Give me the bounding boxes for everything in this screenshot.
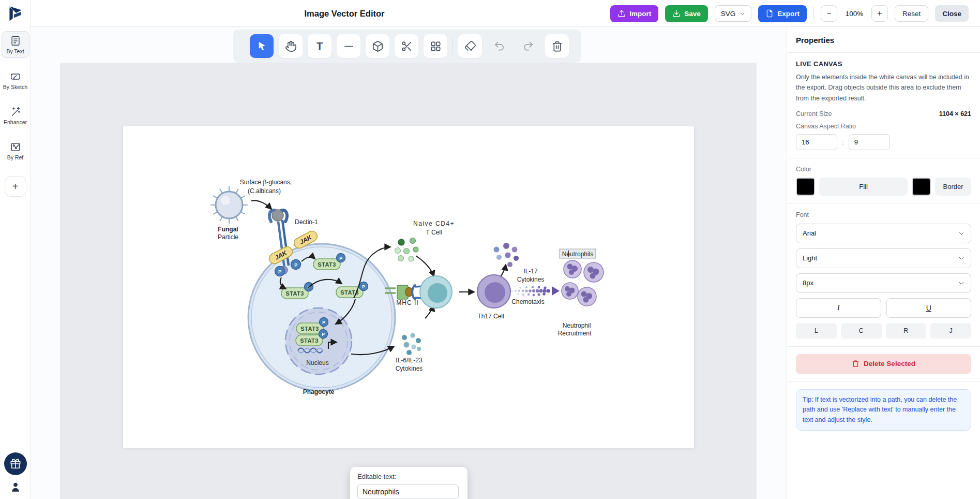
fill-color-button[interactable]: Fill (819, 178, 908, 196)
svg-text:Surface β-glucans,: Surface β-glucans, (240, 179, 292, 186)
naive-t-cell[interactable] (420, 276, 452, 308)
reset-button[interactable]: Reset (895, 5, 928, 22)
aspect-ratio-label: Canvas Aspect Ratio (796, 123, 971, 130)
align-left-button[interactable]: L (796, 323, 837, 339)
export-button[interactable]: Export (758, 5, 807, 22)
image-vector-editor: By Text By Sketch Enhancer By Ref (0, 0, 980, 499)
zoom-level: 100% (844, 10, 865, 18)
border-color-swatch[interactable] (912, 178, 931, 196)
svg-text:Nucleus: Nucleus (306, 359, 328, 366)
import-button[interactable]: Import (610, 5, 658, 22)
user-icon (10, 481, 21, 493)
zoom-out-button[interactable]: − (821, 5, 837, 22)
text-tool-glyph: T (316, 40, 323, 52)
sidebar-item-by-text[interactable]: By Text (2, 31, 29, 58)
sidebar-item-enhancer[interactable]: Enhancer (2, 102, 29, 128)
font-family-value: Arial (803, 229, 816, 237)
sidebar-item-label: Enhancer (4, 119, 27, 125)
svg-text:P: P (294, 262, 297, 268)
properties-panel: Properties LIVE CANVAS Only the elements… (787, 27, 980, 499)
svg-text:STAT3: STAT3 (300, 337, 319, 344)
gift-icon (10, 458, 21, 469)
svg-text:IL-6/IL-23: IL-6/IL-23 (396, 357, 423, 364)
top-header: Image Vector Editor Import Save SVG Expo… (31, 0, 980, 27)
th17-cell[interactable] (477, 275, 510, 308)
svg-text:STAT3: STAT3 (300, 326, 319, 332)
line-tool-button[interactable] (337, 34, 360, 58)
pan-tool-button[interactable] (279, 34, 303, 58)
align-center-button[interactable]: C (841, 323, 882, 339)
font-label: Font (796, 211, 971, 218)
fill-color-swatch[interactable] (796, 178, 815, 196)
editable-text-label: Editable text: (357, 473, 460, 480)
toolbar-divider (453, 38, 453, 54)
line-icon (343, 40, 355, 52)
export-format-value: SVG (721, 10, 736, 18)
save-button[interactable]: Save (665, 5, 708, 22)
text-tool-button[interactable]: T (308, 34, 331, 58)
svg-text:Particle: Particle (218, 233, 238, 241)
select-tool-button[interactable] (250, 34, 274, 58)
magic-wand-icon (10, 106, 21, 118)
zoom-out-glyph: − (826, 9, 831, 18)
font-family-select[interactable]: Arial (796, 224, 971, 243)
selected-text-object[interactable]: Neutrophils (560, 249, 596, 258)
header-divider (813, 7, 814, 20)
header-actions: Import Save SVG Export − 100% + Reset Cl… (610, 0, 969, 27)
cut-tool-button[interactable] (395, 34, 418, 58)
page-title: Image Vector Editor (305, 8, 385, 18)
color-label: Color (796, 166, 971, 173)
upload-icon (617, 9, 626, 18)
live-canvas-description: Only the elements inside the white canva… (796, 72, 971, 104)
svg-text:IL-17: IL-17 (523, 268, 538, 275)
rewards-button[interactable] (4, 452, 27, 475)
aspect-height-input[interactable] (849, 134, 890, 150)
chevron-down-icon (958, 255, 964, 261)
tip-section: Tip: If text is vectorized into a path, … (787, 382, 980, 438)
delete-selected-button[interactable]: Delete Selected (796, 354, 971, 374)
reset-label: Reset (902, 10, 921, 18)
font-weight-select[interactable]: Light (796, 248, 971, 268)
sidebar-item-by-sketch[interactable]: By Sketch (2, 67, 29, 93)
font-size-select[interactable]: 8px (796, 273, 971, 293)
add-tool-button[interactable]: + (5, 176, 26, 197)
fungal-particle[interactable] (211, 187, 247, 223)
delete-selected-label: Delete Selected (864, 360, 915, 368)
svg-text:P: P (322, 332, 325, 337)
italic-button[interactable]: I (796, 298, 881, 318)
chevron-down-icon (740, 11, 745, 17)
font-section: Font Arial Light 8px I U L C R J (787, 204, 980, 346)
cube-icon (372, 40, 384, 52)
border-color-button[interactable]: Border (935, 178, 971, 196)
delete-tool-button[interactable] (545, 34, 569, 58)
undo-icon (493, 40, 505, 52)
svg-text:MHC II: MHC II (396, 299, 418, 306)
shape-tool-button[interactable] (366, 34, 389, 58)
live-canvas[interactable]: JAK JAK P P STAT3 P (123, 126, 694, 448)
user-account-button[interactable] (10, 481, 21, 495)
cytokine-dots-green (395, 238, 419, 262)
undo-button[interactable] (487, 34, 511, 58)
align-right-button[interactable]: R (886, 323, 927, 339)
properties-title: Properties (787, 27, 980, 52)
svg-text:Cytokines: Cytokines (396, 365, 423, 372)
underline-button[interactable]: U (886, 298, 972, 318)
left-sidebar: By Text By Sketch Enhancer By Ref (0, 0, 31, 499)
chemotaxis-arrow (511, 286, 560, 297)
align-justify-button[interactable]: J (930, 323, 971, 339)
canvas-viewport[interactable]: JAK JAK P P STAT3 P (60, 63, 757, 499)
tip-message: Tip: If text is vectorized into a path, … (796, 389, 971, 431)
trash-icon (551, 40, 563, 52)
current-size-value: 1104 × 621 (939, 110, 971, 118)
zoom-in-button[interactable]: + (871, 5, 888, 22)
export-format-select[interactable]: SVG (715, 5, 752, 22)
components-tool-button[interactable] (424, 34, 447, 58)
editable-text-input[interactable] (357, 484, 459, 499)
redo-button[interactable] (516, 34, 540, 58)
cytokine-dots-il6 (402, 333, 421, 356)
eraser-tool-button[interactable] (458, 34, 482, 58)
close-button[interactable]: Close (935, 5, 969, 22)
sidebar-item-by-ref[interactable]: By Ref (2, 138, 29, 164)
neutrophil-cells[interactable] (562, 260, 604, 306)
aspect-width-input[interactable] (796, 134, 837, 150)
